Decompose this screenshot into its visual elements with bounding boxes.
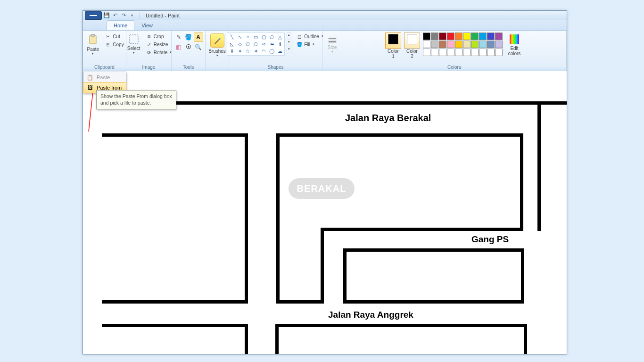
paste-button[interactable]: Paste ▾ [84,33,102,57]
shape-larrow[interactable]: ⬅ [268,41,276,48]
shape-diamond[interactable]: ◇ [236,41,244,48]
titlebar: 💾 ↶ ↷ ▾ Untitled - Paint [83,11,567,20]
cut-button[interactable]: ✂Cut [104,33,124,40]
map-line [276,300,324,304]
shape-rarrow[interactable]: ➪ [260,41,268,48]
copy-button[interactable]: ⎘Copy [104,41,124,48]
palette-swatch[interactable] [423,49,430,56]
shape-oval[interactable]: ○ [244,33,252,41]
outline-icon: ◻ [296,33,303,40]
resize-button[interactable]: ⤢Resize [145,41,173,48]
map-line [521,248,524,303]
shape-callout-cloud[interactable]: ☁ [276,48,284,55]
shape-darrow[interactable]: ⬇ [228,48,236,55]
quick-access-toolbar: 💾 ↶ ↷ ▾ [83,11,138,20]
picker-tool[interactable]: ⦿ [184,42,193,52]
customize-qat-icon[interactable]: ▾ [128,12,136,19]
palette-swatch[interactable] [439,41,446,48]
palette-swatch[interactable] [455,41,462,48]
paint-window: 💾 ↶ ↷ ▾ Untitled - Paint Home View Paste… [83,10,567,354]
group-clipboard: Paste ▾ ✂Cut ⎘Copy Clipboard [83,31,126,71]
palette-swatch[interactable] [439,49,446,56]
palette-swatch[interactable] [487,33,495,40]
color2-button[interactable] [404,33,420,49]
palette-swatch[interactable] [471,41,479,48]
color1-button[interactable] [385,33,401,49]
palette-swatch[interactable] [431,49,438,56]
text-tool[interactable]: A [194,33,203,42]
map-line [102,300,248,304]
eraser-tool[interactable]: ◧ [174,42,183,52]
pencil-tool[interactable]: ✎ [174,33,183,42]
crop-icon: ⟏ [146,33,152,40]
separator [140,12,140,19]
drawing-canvas[interactable]: Jalan Raya Berakal Gang PS Jalan Raya An… [83,72,567,354]
palette-swatch[interactable] [447,49,454,56]
tools-grid: ✎ 🪣 A ◧ ⦿ 🔍 [174,33,203,52]
shape-rtriangle[interactable]: ◺ [228,41,236,48]
undo-icon[interactable]: ↶ [111,12,119,19]
palette-swatch[interactable] [447,41,454,48]
edit-colors-button[interactable]: Edit colors [505,33,523,57]
palette-swatch[interactable] [479,49,487,56]
tab-view[interactable]: View [134,20,160,30]
palette-swatch[interactable] [455,33,462,40]
ribbon: Paste ▾ ✂Cut ⎘Copy Clipboard Select ▾ ⟏C… [83,31,567,71]
fill-tool[interactable]: 🪣 [184,33,193,42]
palette-swatch[interactable] [487,41,495,48]
palette-swatch[interactable] [423,33,430,40]
shapes-scroll-down[interactable]: ▾ [287,40,291,46]
shape-4star[interactable]: ✦ [236,48,244,55]
size-button[interactable]: Size ▾ [323,33,341,55]
palette-swatch[interactable] [495,41,503,48]
shape-curve[interactable]: ∿ [236,33,244,41]
shape-line[interactable]: ╲ [228,33,236,41]
palette-swatch[interactable] [423,41,430,48]
rotate-button[interactable]: ⟳Rotate▾ [145,49,173,56]
shape-hexagon[interactable]: ⬡ [252,41,260,48]
shape-roundrect[interactable]: ▢ [260,33,268,41]
shape-uarrow[interactable]: ⬆ [276,41,284,48]
shapes-scroll-up[interactable]: ▴ [287,33,291,39]
shape-callout-round[interactable]: ◠ [260,48,268,55]
palette-swatch[interactable] [479,41,487,48]
crop-button[interactable]: ⟏Crop [145,33,173,40]
resize-icon: ⤢ [146,41,152,48]
brush-icon [210,33,224,48]
shapes-more[interactable]: ▾ [287,47,291,53]
shape-triangle[interactable]: △ [276,33,284,41]
palette-swatch[interactable] [447,33,454,40]
palette-swatch[interactable] [495,49,503,56]
palette-swatch[interactable] [455,49,462,56]
palette-swatch[interactable] [431,41,438,48]
paste-menu-item[interactable]: 📋 Paste [83,72,126,82]
shape-polygon[interactable]: ⬠ [268,33,276,41]
palette-swatch[interactable] [463,33,471,40]
map-line [245,133,248,303]
tab-home[interactable]: Home [107,20,134,30]
file-menu-button[interactable] [85,11,102,20]
palette-swatch[interactable] [463,49,471,56]
save-icon[interactable]: 💾 [103,12,110,19]
palette-swatch[interactable] [463,41,471,48]
palette-swatch[interactable] [439,33,446,40]
palette-swatch[interactable] [431,33,438,40]
brushes-button[interactable]: Brushes ▾ [208,33,226,58]
select-button[interactable]: Select ▾ [125,33,143,56]
shape-6star[interactable]: ✶ [252,48,260,55]
palette-swatch[interactable] [471,33,479,40]
shape-rect[interactable]: ▭ [252,33,260,41]
shape-pentagon[interactable]: ⬠ [244,41,252,48]
redo-icon[interactable]: ↷ [120,12,127,19]
shapes-gallery[interactable]: ╲∿○▭▢⬠△ ◺◇⬠⬡➪⬅⬆ ⬇✦☆✶◠◯☁ [227,33,285,56]
magnifier-tool[interactable]: 🔍 [194,42,203,52]
svg-rect-6 [510,34,519,44]
fill-button[interactable]: 🪣Fill▾ [295,41,324,48]
shape-callout-oval[interactable]: ◯ [268,48,276,55]
palette-swatch[interactable] [487,49,495,56]
palette-swatch[interactable] [495,33,503,40]
outline-button[interactable]: ◻Outline▾ [295,33,324,40]
palette-swatch[interactable] [479,33,487,40]
palette-swatch[interactable] [471,49,479,56]
shape-5star[interactable]: ☆ [244,48,252,55]
